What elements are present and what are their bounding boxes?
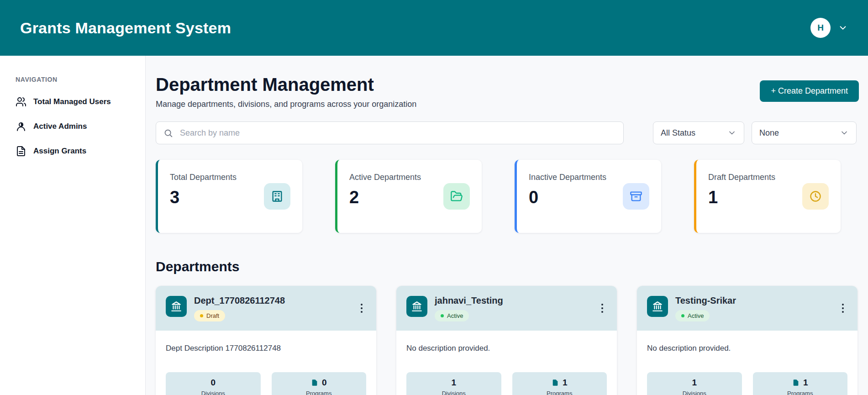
stat-value: 3 — [170, 188, 237, 207]
create-department-button[interactable]: + Create Department — [760, 80, 859, 102]
stat-label: Draft Departments — [708, 173, 775, 182]
bank-icon — [406, 296, 427, 317]
sort-filter-value: None — [759, 128, 779, 138]
stat-value: 0 — [529, 188, 606, 207]
stat-text: Total Departments 3 — [170, 173, 237, 220]
status-badge: Active — [675, 310, 710, 321]
stat-value: 1 — [708, 188, 775, 207]
header-user-area: H — [810, 18, 848, 38]
department-card-header: Testing-Srikar Active — [637, 286, 857, 331]
search-icon — [163, 128, 173, 138]
status-filter-value: All Status — [661, 128, 695, 138]
department-mini-stats: 0 Divisions 0 Programs — [166, 372, 366, 395]
sort-filter-dropdown[interactable]: None — [752, 121, 857, 144]
chevron-down-icon — [727, 128, 736, 137]
app-shell: NAVIGATION Total Managed Users Active Ad… — [0, 56, 868, 395]
folder-open-icon — [443, 183, 470, 210]
department-card: jahnavi_Testing Active No description pr… — [396, 286, 617, 395]
card-menu-button[interactable] — [598, 300, 607, 316]
department-card-body: No description provided. 1 Divisions 1 P… — [637, 331, 857, 395]
department-card-titles: Dept_1770826112748 Draft — [194, 295, 285, 321]
status-badge: Draft — [194, 310, 225, 321]
page-head-text: Department Management Manage departments… — [156, 74, 416, 110]
chevron-down-icon — [840, 128, 849, 137]
stat-value: 2 — [349, 188, 421, 207]
status-badge: Active — [435, 310, 469, 321]
sidebar-item-label: Assign Grants — [33, 147, 86, 156]
department-cards-row: Dept_1770826112748 Draft Dept Descriptio… — [156, 286, 859, 395]
programs-count: 1 — [563, 378, 568, 388]
divisions-label: Divisions — [647, 390, 742, 395]
sidebar-heading: NAVIGATION — [0, 76, 145, 83]
status-filter-dropdown[interactable]: All Status — [653, 121, 744, 144]
main-content: Department Management Manage departments… — [146, 56, 868, 395]
archive-icon — [623, 183, 649, 210]
programs-label: Programs — [753, 390, 848, 395]
sidebar-item-label: Active Admins — [33, 122, 87, 131]
bank-icon — [647, 296, 668, 317]
stat-card-inactive-departments: Inactive Departments 0 — [515, 160, 661, 233]
status-label: Draft — [206, 312, 219, 319]
search-box[interactable] — [156, 121, 624, 144]
sidebar-item-active-admins[interactable]: Active Admins — [0, 114, 145, 139]
status-dot — [681, 314, 684, 317]
department-description: No description provided. — [406, 343, 607, 353]
divisions-label: Divisions — [166, 390, 261, 395]
department-card-body: Dept Description 1770826112748 0 Divisio… — [156, 331, 376, 395]
divisions-stat: 0 Divisions — [166, 372, 261, 395]
filters-bar: All Status None — [156, 121, 859, 144]
card-menu-button[interactable] — [357, 300, 366, 316]
clock-icon — [802, 183, 829, 210]
sidebar: NAVIGATION Total Managed Users Active Ad… — [0, 56, 146, 395]
programs-label: Programs — [272, 390, 367, 395]
stat-text: Active Departments 2 — [349, 173, 421, 220]
divisions-count: 1 — [406, 378, 501, 388]
department-card-header: Dept_1770826112748 Draft — [156, 286, 376, 331]
divisions-label: Divisions — [406, 390, 501, 395]
app-title: Grants Management System — [20, 19, 231, 37]
sidebar-nav: Total Managed Users Active Admins Assign… — [0, 90, 145, 163]
stat-label: Active Departments — [349, 173, 421, 182]
status-dot — [441, 314, 444, 317]
stat-text: Inactive Departments 0 — [529, 173, 606, 220]
departments-heading: Departments — [156, 258, 859, 275]
chevron-down-icon[interactable] — [838, 23, 848, 33]
stats-row: Total Departments 3 Active Departments 2 — [156, 160, 859, 233]
stat-card-total-departments: Total Departments 3 — [156, 160, 302, 233]
programs-count: 1 — [803, 378, 808, 388]
stat-card-active-departments: Active Departments 2 — [335, 160, 482, 233]
department-card-header: jahnavi_Testing Active — [396, 286, 617, 331]
divisions-count: 0 — [166, 378, 261, 388]
card-menu-button[interactable] — [838, 300, 847, 316]
programs-count: 0 — [322, 378, 327, 388]
sidebar-item-assign-grants[interactable]: Assign Grants — [0, 139, 145, 163]
programs-stat: 0 Programs — [272, 372, 367, 395]
department-mini-stats: 1 Divisions 1 Programs — [406, 372, 607, 395]
department-card: Testing-Srikar Active No description pro… — [637, 286, 857, 395]
department-card-titles: Testing-Srikar Active — [675, 295, 736, 321]
department-name: jahnavi_Testing — [435, 295, 503, 306]
divisions-stat: 1 Divisions — [647, 372, 742, 395]
page-head: Department Management Manage departments… — [156, 74, 859, 110]
department-description: Dept Description 1770826112748 — [166, 343, 366, 353]
sidebar-item-total-managed-users[interactable]: Total Managed Users — [0, 90, 145, 114]
page-subtitle: Manage departments, divisions, and progr… — [156, 99, 416, 110]
department-card: Dept_1770826112748 Draft Dept Descriptio… — [156, 286, 376, 395]
divisions-count: 1 — [647, 378, 742, 388]
search-input[interactable] — [179, 128, 616, 138]
department-description: No description provided. — [647, 343, 847, 353]
divisions-stat: 1 Divisions — [406, 372, 501, 395]
file-icon — [552, 379, 559, 386]
programs-label: Programs — [512, 390, 607, 395]
avatar[interactable]: H — [810, 18, 831, 38]
page-title: Department Management — [156, 74, 416, 95]
status-label: Active — [688, 312, 704, 319]
stat-label: Total Departments — [170, 173, 237, 182]
status-dot — [200, 314, 203, 317]
department-name: Dept_1770826112748 — [194, 295, 285, 306]
stat-card-draft-departments: Draft Departments 1 — [694, 160, 841, 233]
programs-stat: 1 Programs — [753, 372, 848, 395]
sidebar-item-label: Total Managed Users — [33, 97, 111, 106]
programs-stat: 1 Programs — [512, 372, 607, 395]
department-name: Testing-Srikar — [675, 295, 736, 306]
